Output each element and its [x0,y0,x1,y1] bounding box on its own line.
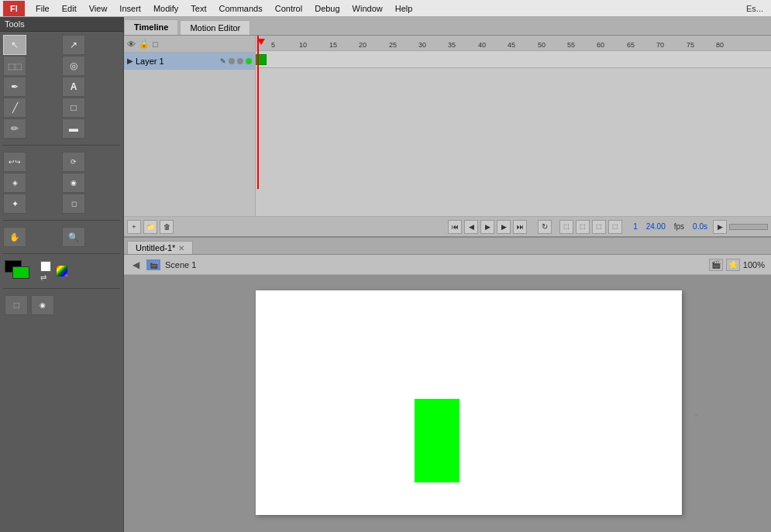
layer-row[interactable]: ▶ Layer 1 ✎ [124,53,255,70]
menu-text[interactable]: Text [184,2,212,15]
edit-onion-btn[interactable]: ⬚ [608,220,622,234]
ruler-mark-65: 65 [627,41,635,49]
time-display: 0.0s [690,222,711,231]
brush-tool-btn[interactable]: ▬ [62,118,85,139]
white-swatch[interactable] [40,261,51,272]
frames-area: 5 10 15 20 25 30 35 40 45 50 55 60 65 70 [256,36,771,216]
tab-motion-editor[interactable]: Motion Editor [180,20,250,35]
menu-control[interactable]: Control [269,2,308,15]
menu-debug[interactable]: Debug [308,2,346,15]
main-layout: Tools ↖ ↗ ⬚⬚ ◎ ✒ A ╱ □ ✏ ▬ ↩↪ ⟳ ◈ ◉ ✦ ◻ [0,17,771,532]
scene-bar: ◀ 🎬 Scene 1 🎬 ⭐ 100% [124,255,771,275]
scene-icon: 🎬 [146,259,160,270]
rectangle-tool-btn[interactable]: □ [62,98,85,118]
ruler-mark-45: 45 [508,41,515,49]
tools-grid-2: ↩↪ ⟳ ◈ ◉ ✦ ◻ [0,149,123,217]
edit-symbols-btn[interactable]: ⭐ [726,259,740,271]
menu-commands[interactable]: Commands [212,2,268,15]
menu-edit[interactable]: Edit [56,2,83,15]
layer-pencil-icon: ✎ [220,57,226,65]
line-tool-btn[interactable]: ╱ [3,98,26,118]
current-frame-display: 1 [630,222,641,231]
play-btn[interactable]: ▶ [480,220,494,234]
tools-divider-4 [3,288,120,289]
first-frame-btn[interactable]: ⏮ [448,220,462,234]
text-tool-btn[interactable]: A [62,77,85,97]
add-layer-btn[interactable]: + [127,220,141,234]
transform-tool-btn[interactable]: ⬚⬚ [3,56,26,76]
outline-icon[interactable]: □ [153,39,158,49]
lasso-tool-btn[interactable]: ◎ [62,56,85,76]
delete-layer-btn[interactable]: 🗑 [160,220,174,234]
onion-skin-btn[interactable]: ⬚ [576,220,590,234]
eyedropper-btn[interactable]: ✦ [3,194,26,214]
option-btn-2[interactable]: ◉ [31,295,54,315]
layer-folder-icon: ▶ [127,57,133,65]
next-frame-btn[interactable]: ▶ [497,220,511,234]
timeline-ruler: 5 10 15 20 25 30 35 40 45 50 55 60 65 70 [256,36,771,51]
menu-window[interactable]: Window [346,2,389,15]
options-section: ⬚ ◉ [0,292,123,318]
ink-bottle-btn[interactable]: ◈ [3,173,26,193]
app-logo: Fl [3,1,25,16]
free-transform-btn[interactable]: ↩↪ [3,152,26,172]
menubar: Fl File Edit View Insert Modify Text Com… [0,0,771,17]
last-frame-btn[interactable]: ⏭ [513,220,527,234]
tools-grid: ↖ ↗ ⬚⬚ ◎ ✒ A ╱ □ ✏ ▬ [0,32,123,142]
pencil-tool-btn[interactable]: ✏ [3,118,26,139]
loop-btn[interactable]: ↻ [538,220,552,234]
subselection-tool-btn[interactable]: ↗ [62,35,85,55]
eraser-btn[interactable]: ◻ [62,194,85,214]
layer-panel: 👁 🔒 □ ▶ Layer 1 ✎ [124,36,256,216]
option-btn-1[interactable]: ⬚ [5,295,28,315]
frame-icon-btn[interactable]: ⬚ [559,220,573,234]
canvas-area[interactable] [124,275,771,532]
hand-tool-btn[interactable]: ✋ [3,227,26,247]
ruler-mark-15: 15 [329,41,337,49]
document-tab[interactable]: Untitled-1* ✕ [127,241,193,254]
menu-modify[interactable]: Modify [147,2,184,15]
timeline-area: Timeline Motion Editor 👁 🔒 □ ▶ Layer 1 ✎ [124,17,771,238]
tab-timeline[interactable]: Timeline [124,19,178,35]
onion-skin-outline-btn[interactable]: ⬚ [592,220,606,234]
menu-view[interactable]: View [83,2,114,15]
tools-title: Tools [0,17,123,32]
paint-bucket-btn[interactable]: ◉ [62,173,85,193]
ruler-mark-25: 25 [389,41,397,49]
prev-frame-btn[interactable]: ◀ [464,220,478,234]
tools-divider-1 [3,145,120,146]
fill-transform-btn[interactable]: ⟳ [62,152,85,172]
right-area: Timeline Motion Editor 👁 🔒 □ ▶ Layer 1 ✎ [124,17,771,532]
doc-tab-close-btn[interactable]: ✕ [178,244,184,252]
timeline-scroll-btn[interactable]: ▶ [713,220,727,234]
ruler-mark-50: 50 [538,41,546,49]
ruler-mark-40: 40 [478,41,486,49]
fill-color-swatch[interactable] [12,266,29,279]
tools-grid-3: ✋ 🔍 [0,224,123,250]
green-rectangle[interactable] [415,399,460,482]
eye-icon[interactable]: 👁 [127,39,136,49]
doc-tab-label: Untitled-1* [136,243,175,252]
snap-to-objects-btn[interactable]: 🎬 [709,259,723,271]
menu-help[interactable]: Help [389,2,419,15]
layer-name: Layer 1 [136,57,218,66]
menu-file[interactable]: File [29,2,56,15]
pen-tool-btn[interactable]: ✒ [3,77,26,97]
canvas-dot [695,414,697,417]
layer-dot-color [246,58,252,64]
lock-icon[interactable]: 🔒 [139,39,150,49]
menu-insert[interactable]: Insert [113,2,147,15]
keyframe-marker [256,54,267,65]
stage-area: Untitled-1* ✕ ◀ 🎬 Scene 1 🎬 ⭐ 100% [124,238,771,532]
swap-colors-btn[interactable]: ⇄ [40,273,51,282]
no-color-btn[interactable] [56,265,68,277]
selection-tool-btn[interactable]: ↖ [3,35,26,55]
timeline-slider[interactable] [729,224,768,230]
ruler-mark-60: 60 [597,41,604,49]
playhead-arrow[interactable] [257,39,265,45]
stage-canvas[interactable] [256,290,682,515]
add-folder-btn[interactable]: 📁 [143,220,157,234]
scene-back-btn[interactable]: ◀ [130,259,142,270]
zoom-tool-btn[interactable]: 🔍 [62,227,85,247]
timeline-tabs: Timeline Motion Editor [124,17,771,36]
